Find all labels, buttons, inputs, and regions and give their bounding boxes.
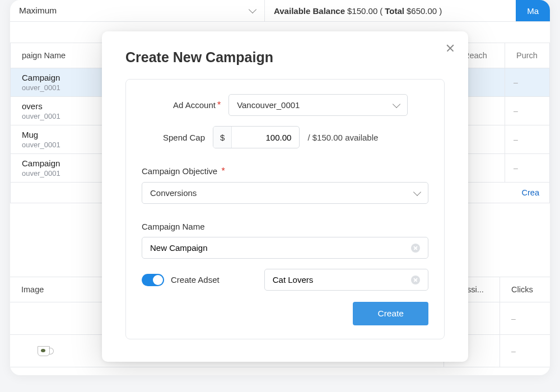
balance-label: Available Balance — [274, 6, 345, 16]
create-button[interactable]: Create — [353, 302, 428, 325]
campaign-name-input[interactable] — [150, 243, 411, 253]
ad-account-select[interactable]: Vancouver_0001 — [228, 94, 408, 116]
required-asterisk: * — [222, 166, 225, 176]
chevron-down-icon — [393, 100, 400, 108]
ad-account-label: Ad Account — [173, 100, 216, 110]
available-balance-note: / $150.00 available — [307, 133, 378, 142]
adset-name-input[interactable] — [273, 275, 411, 284]
budget-select-value: Maximum — [19, 6, 57, 16]
app-frame: Maximum Available Balance $150.00 ( Tota… — [10, 0, 550, 375]
max-button[interactable]: Ma — [516, 0, 550, 21]
create-campaign-link[interactable]: Crea — [522, 188, 539, 197]
spend-cap-input[interactable] — [232, 133, 299, 142]
col-image[interactable]: Image — [10, 277, 77, 302]
balance-amount: $150.00 — [347, 6, 377, 16]
total-label: Total — [385, 6, 404, 16]
chevron-down-icon — [249, 6, 256, 13]
campaign-objective-label: Campaign Objective — [142, 166, 217, 176]
campaign-objective-value: Conversions — [150, 188, 197, 198]
col-clicks[interactable]: Clicks — [500, 277, 550, 302]
campaign-name-label: Campaign Name — [142, 222, 428, 231]
mug-icon — [38, 346, 50, 356]
create-adset-label: Create Adset — [171, 275, 220, 284]
campaign-objective-select[interactable]: Conversions — [142, 182, 428, 204]
budget-select[interactable]: Maximum — [10, 0, 265, 21]
adset-name-field-wrap — [264, 269, 428, 291]
chevron-down-icon — [413, 188, 421, 195]
ad-account-value: Vancouver_0001 — [237, 100, 300, 110]
required-asterisk: * — [217, 100, 221, 110]
col-purchases[interactable]: Purch — [505, 43, 549, 68]
spend-cap-label: Spend Cap — [163, 133, 205, 142]
balance-display: Available Balance $150.00 ( Total $650.0… — [265, 0, 516, 21]
campaign-name-field-wrap — [142, 237, 428, 259]
close-icon[interactable] — [444, 41, 457, 55]
clear-icon[interactable] — [411, 276, 420, 284]
total-amount: $650.00 — [407, 6, 437, 16]
spend-cap-input-group: $ — [213, 126, 300, 148]
currency-symbol: $ — [213, 127, 232, 148]
clear-icon[interactable] — [411, 244, 420, 253]
create-campaign-modal: Create New Campaign Ad Account * Vancouv… — [102, 31, 468, 362]
modal-panel: Ad Account * Vancouver_0001 Spend Cap $ … — [125, 79, 445, 339]
top-bar: Maximum Available Balance $150.00 ( Tota… — [10, 0, 550, 22]
create-adset-toggle[interactable] — [142, 274, 164, 286]
modal-title: Create New Campaign — [125, 49, 445, 66]
toggle-knob — [153, 275, 163, 285]
